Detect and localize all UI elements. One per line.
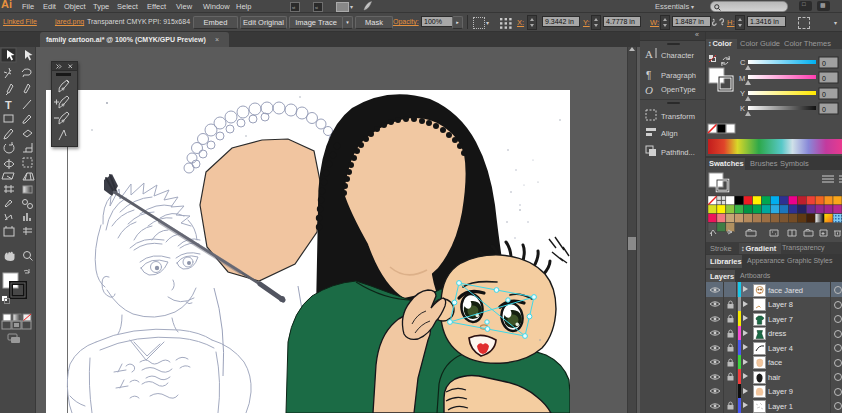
svg-text:A: A — [645, 48, 653, 60]
svg-text:Y: Y — [740, 89, 745, 98]
svg-text:C: C — [740, 58, 746, 67]
svg-text:T: T — [5, 99, 12, 111]
svg-text:K: K — [740, 104, 745, 113]
svg-text:0: 0 — [822, 75, 826, 82]
svg-text:0: 0 — [822, 91, 826, 98]
svg-text:O: O — [645, 84, 653, 96]
svg-text:¶: ¶ — [646, 70, 651, 81]
svg-text:M: M — [739, 74, 745, 83]
svg-text:0: 0 — [822, 60, 826, 67]
svg-text:0: 0 — [822, 106, 826, 113]
